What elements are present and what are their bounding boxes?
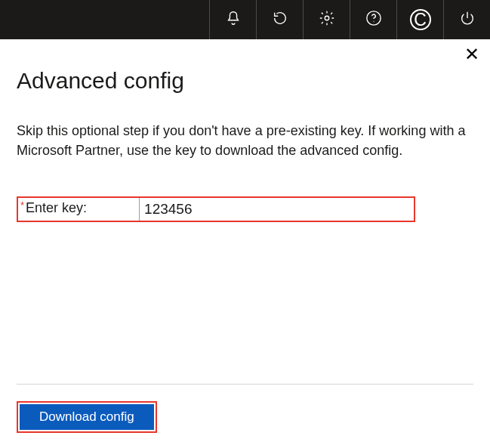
panel-footer: Download config <box>17 384 473 448</box>
svg-point-0 <box>325 16 329 20</box>
download-config-button[interactable]: Download config <box>20 404 154 430</box>
enter-key-input[interactable] <box>139 198 414 221</box>
spacer <box>17 222 473 384</box>
copyright-button[interactable]: C <box>396 0 443 39</box>
help-button[interactable] <box>350 0 396 39</box>
gear-icon <box>319 10 335 29</box>
page-description: Skip this optional step if you don't hav… <box>17 121 473 160</box>
download-highlight: Download config <box>17 401 157 433</box>
refresh-button[interactable] <box>256 0 303 39</box>
bell-icon <box>225 10 242 29</box>
settings-button[interactable] <box>303 0 350 39</box>
enter-key-field: * Enter key: <box>17 196 415 222</box>
notifications-button[interactable] <box>209 0 256 39</box>
page-title: Advanced config <box>17 68 473 94</box>
help-icon <box>365 10 382 29</box>
advanced-config-panel: ✕ Advanced config Skip this optional ste… <box>0 39 490 448</box>
close-button[interactable]: ✕ <box>464 45 479 63</box>
power-button[interactable] <box>443 0 490 39</box>
svg-point-2 <box>373 21 374 22</box>
enter-key-label: Enter key: <box>24 198 139 221</box>
top-toolbar: C <box>0 0 490 39</box>
copyright-icon: C <box>410 9 431 30</box>
close-icon: ✕ <box>464 44 479 64</box>
power-icon <box>459 10 476 29</box>
required-mark: * <box>18 198 24 221</box>
refresh-icon <box>272 10 288 29</box>
